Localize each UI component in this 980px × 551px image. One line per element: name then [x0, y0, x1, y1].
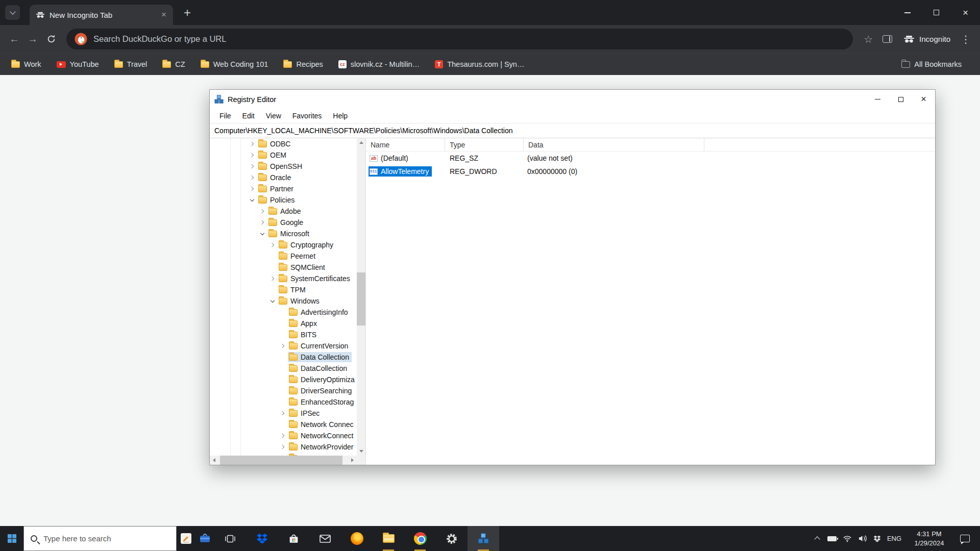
regedit-minimize-button[interactable]	[866, 90, 889, 109]
taskbar-icon-firefox[interactable]	[341, 526, 373, 551]
back-button[interactable]: ←	[5, 30, 23, 48]
expander-collapsed-icon[interactable]	[248, 151, 256, 159]
taskbar-icon-task-view[interactable]	[214, 526, 246, 551]
regedit-titlebar[interactable]: Registry Editor ×	[210, 90, 935, 109]
forward-button[interactable]: →	[23, 30, 42, 48]
volume-indicator[interactable]	[855, 526, 870, 551]
expander-collapsed-icon[interactable]	[268, 241, 277, 249]
expander-expanded-icon[interactable]	[248, 196, 256, 204]
regedit-maximize-button[interactable]	[889, 90, 912, 109]
taskbar-icon-settings[interactable]	[436, 526, 468, 551]
expander-collapsed-icon[interactable]	[248, 173, 256, 182]
bookmark-cz[interactable]: CZ	[162, 60, 185, 68]
expander-collapsed-icon[interactable]	[248, 140, 256, 148]
tree-item-networkconnectivity[interactable]: NetworkConnect	[210, 430, 357, 441]
tree-item-windows[interactable]: Windows	[210, 295, 357, 307]
tree-item-enhancedstorage[interactable]: EnhancedStorag	[210, 396, 357, 408]
tree-item-systemcertificates[interactable]: SystemCertificates	[210, 273, 357, 284]
action-center-button[interactable]	[953, 526, 976, 551]
bookmark-web-coding-101[interactable]: Web Coding 101	[201, 60, 268, 68]
expander-collapsed-icon[interactable]	[258, 218, 266, 227]
tree-item-appx[interactable]: Appx	[210, 318, 357, 329]
tree-item-google[interactable]: Google	[210, 217, 357, 228]
tree-item-network-connections[interactable]: Network Connec	[210, 419, 357, 430]
tree-item-partner[interactable]: Partner	[210, 183, 357, 194]
taskbar-icon-pinned-app[interactable]	[195, 526, 214, 551]
menu-edit[interactable]: Edit	[237, 112, 260, 120]
menu-icon[interactable]: ⋮	[957, 30, 975, 48]
tree-item-ipsec[interactable]: IPSec	[210, 408, 357, 419]
tree-item-bits[interactable]: BITS	[210, 329, 357, 340]
tree-item-microsoft[interactable]: Microsoft	[210, 228, 357, 239]
browser-maximize-button[interactable]	[922, 0, 951, 25]
start-button[interactable]	[0, 526, 23, 551]
column-header-data[interactable]: Data	[524, 138, 704, 151]
taskbar-icon-store[interactable]	[278, 526, 309, 551]
tree-item-currentversion[interactable]: CurrentVersion	[210, 340, 357, 352]
expander-expanded-icon[interactable]	[258, 230, 266, 238]
tree-horizontal-scrollbar[interactable]	[210, 456, 365, 465]
network-indicator[interactable]	[840, 526, 855, 551]
expander-collapsed-icon[interactable]	[258, 207, 266, 215]
browser-close-button[interactable]: ×	[951, 0, 980, 25]
scroll-up-arrow[interactable]	[357, 138, 365, 147]
expander-collapsed-icon[interactable]	[248, 162, 256, 170]
bookmark-youtube[interactable]: YouTube	[57, 60, 99, 68]
scroll-right-arrow[interactable]	[348, 456, 357, 464]
tree-item-sqmclient[interactable]: SQMClient	[210, 262, 357, 273]
tree-item-cryptography[interactable]: Cryptography	[210, 239, 357, 251]
taskbar-search[interactable]: Type here to search	[23, 526, 177, 551]
taskbar-icon-regedit[interactable]	[468, 526, 499, 551]
menu-help[interactable]: Help	[327, 112, 353, 120]
tree-item-odbc[interactable]: ODBC	[210, 138, 357, 149]
regedit-close-button[interactable]: ×	[912, 90, 935, 109]
bookmark-star-icon[interactable]: ☆	[859, 30, 877, 48]
menu-favorites[interactable]: Favorites	[287, 112, 328, 120]
column-header-name[interactable]: Name	[366, 138, 445, 151]
taskbar-icon-chrome[interactable]	[404, 526, 436, 551]
side-panel-icon[interactable]	[883, 35, 892, 43]
expander-collapsed-icon[interactable]	[279, 432, 287, 440]
tree-vertical-scrollbar[interactable]	[357, 138, 365, 456]
column-header-type[interactable]: Type	[445, 138, 524, 151]
bookmark-thesaurus[interactable]: TThesaurus.com | Syn…	[435, 60, 524, 68]
menu-view[interactable]: View	[260, 112, 287, 120]
battery-indicator[interactable]	[824, 526, 840, 551]
tab-close-icon[interactable]: ×	[160, 10, 168, 20]
selected-value[interactable]: 011AllowTelemetry	[369, 166, 432, 177]
tree-item-adobe[interactable]: Adobe	[210, 206, 357, 217]
menu-file[interactable]: File	[214, 112, 237, 120]
reload-button[interactable]	[42, 30, 60, 48]
bookmark-recipes[interactable]: Recipes	[283, 60, 323, 68]
taskbar-icon-dropbox[interactable]	[246, 526, 278, 551]
taskbar-icon-file-explorer[interactable]	[373, 526, 404, 551]
tree-item-driversearching[interactable]: DriverSearching	[210, 385, 357, 396]
scroll-left-arrow[interactable]	[210, 456, 218, 464]
tab-search-button[interactable]	[5, 5, 20, 20]
expander-collapsed-icon[interactable]	[268, 274, 277, 283]
expander-collapsed-icon[interactable]	[279, 443, 287, 451]
all-bookmarks-button[interactable]: All Bookmarks	[901, 60, 962, 68]
tree-item-openssh[interactable]: OpenSSH	[210, 161, 357, 172]
scroll-down-arrow[interactable]	[357, 447, 365, 456]
expander-collapsed-icon[interactable]	[279, 409, 287, 417]
tree-item-oem[interactable]: OEM	[210, 149, 357, 161]
language-indicator[interactable]: ENG	[884, 526, 905, 551]
value-row-allowtelemetry[interactable]: 011AllowTelemetry REG_DWORD 0x00000000 (…	[366, 165, 935, 178]
browser-minimize-button[interactable]	[893, 0, 922, 25]
expander-collapsed-icon[interactable]	[248, 185, 256, 193]
regedit-address-bar[interactable]: Computer\HKEY_LOCAL_MACHINE\SOFTWARE\Pol…	[210, 123, 935, 138]
tree-item-peernet[interactable]: Peernet	[210, 251, 357, 262]
vertical-scroll-thumb[interactable]	[357, 272, 365, 325]
new-tab-button[interactable]: +	[180, 5, 195, 20]
dropbox-tray-icon[interactable]	[870, 526, 884, 551]
tree-item-deliveryoptimization[interactable]: DeliveryOptimiza	[210, 374, 357, 385]
tree-item-data-collection[interactable]: Data Collection	[210, 352, 357, 363]
taskbar-icon-notes[interactable]	[177, 526, 195, 551]
tree-item-advertisinginfo[interactable]: AdvertisingInfo	[210, 307, 357, 318]
tree-item-oracle[interactable]: Oracle	[210, 172, 357, 183]
tree-item-tpm[interactable]: TPM	[210, 284, 357, 295]
bookmark-travel[interactable]: Travel	[114, 60, 148, 68]
expander-collapsed-icon[interactable]	[279, 342, 287, 350]
tree-item-datacollection[interactable]: DataCollection	[210, 363, 357, 374]
